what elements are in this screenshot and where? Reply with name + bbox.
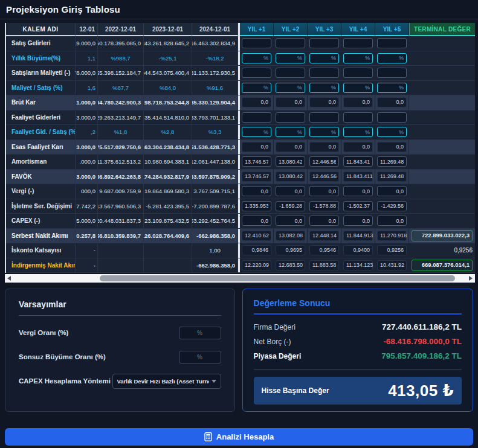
hist-value: 53.292.452.764,5: [192, 214, 238, 228]
value-input[interactable]: [276, 216, 305, 226]
percent-input[interactable]: [309, 83, 339, 93]
projection-cell: [375, 66, 409, 80]
table-row: Satış Gelirleri19.000,01.660.178.395.085…: [6, 36, 475, 51]
row-label: Satış Gelirleri: [6, 36, 76, 51]
computed-value: 0,9846: [242, 245, 271, 255]
value-input[interactable]: [343, 201, 373, 211]
table-body: Satış Gelirleri19.000,01.660.178.395.085…: [6, 36, 475, 273]
value-input[interactable]: [377, 201, 407, 211]
value-input[interactable]: [377, 186, 407, 196]
percent-input[interactable]: [242, 83, 271, 93]
projection-cell: 0,0: [375, 95, 409, 110]
terminal-cell: [409, 51, 475, 66]
percent-input[interactable]: [242, 127, 271, 137]
percent-input[interactable]: [377, 127, 407, 137]
valuation-value: 727.440.611.186,2 TL: [382, 322, 462, 331]
value-input[interactable]: [242, 112, 271, 123]
capex-method-row: CAPEX Hesaplama Yöntemi Varlık Devir Hız…: [19, 374, 221, 388]
percent-input[interactable]: [309, 53, 339, 63]
value-input[interactable]: [377, 38, 407, 48]
value-input[interactable]: [276, 186, 305, 196]
value-input[interactable]: [309, 201, 339, 211]
value-input[interactable]: [309, 216, 339, 226]
value-input[interactable]: [377, 112, 407, 123]
computed-value: 13.082.08: [276, 231, 305, 241]
value-input[interactable]: [343, 156, 373, 167]
table-row: İndirgenmiş Nakit Akımı--662.986.358,012…: [6, 258, 475, 274]
h-scrollbar[interactable]: [5, 274, 475, 283]
projection-cell: [375, 199, 409, 214]
value-input[interactable]: [276, 112, 305, 123]
scrollbar-thumb[interactable]: [100, 275, 455, 281]
value-input[interactable]: [343, 112, 373, 123]
projection-cell: [308, 110, 341, 125]
value-input[interactable]: [343, 68, 373, 78]
percent-input[interactable]: [343, 83, 373, 93]
hist-value: 33.793.701.133,1: [192, 110, 238, 125]
valuation-label: Firma Değeri: [254, 323, 296, 331]
value-input[interactable]: [242, 38, 271, 48]
hist-value: 0.257,8: [76, 229, 98, 243]
percent-input[interactable]: [309, 127, 339, 137]
value-input[interactable]: [377, 156, 407, 167]
hist-value: 1,6: [76, 81, 98, 95]
hist-value: 13.567.960.506,3: [98, 199, 144, 214]
scroll-right-arrow-icon[interactable]: [469, 276, 473, 281]
percent-input[interactable]: [343, 53, 373, 63]
projection-cell: [240, 214, 274, 228]
value-input[interactable]: [309, 156, 339, 167]
percent-input[interactable]: [276, 53, 305, 63]
hist-value: 204.780.242.900,3: [98, 95, 144, 110]
scroll-left-arrow-icon[interactable]: [7, 276, 11, 281]
value-input[interactable]: [309, 186, 339, 196]
value-input[interactable]: [242, 156, 271, 167]
kalem-adi-header: KALEM ADI: [6, 23, 76, 36]
percent-input[interactable]: [343, 127, 373, 137]
value-input[interactable]: [377, 216, 407, 226]
percent-input[interactable]: [377, 53, 407, 63]
percent-input[interactable]: [377, 83, 407, 93]
value-input[interactable]: [242, 68, 271, 78]
hist-header: 2022-12-01: [98, 23, 144, 36]
value-input[interactable]: [276, 156, 305, 167]
calculate-button-label: Analizi Hesapla: [216, 432, 274, 441]
value-input[interactable]: [276, 38, 305, 48]
percent-input[interactable]: [276, 83, 305, 93]
percent-input[interactable]: [242, 53, 271, 63]
computed-value: 11.270.918: [377, 231, 407, 241]
value-input[interactable]: [276, 201, 305, 211]
projection-cell: [274, 36, 308, 51]
value-input[interactable]: [343, 216, 373, 226]
tax-rate-input[interactable]: [179, 327, 221, 339]
row-label: FAVÖK: [6, 170, 76, 184]
calculate-button[interactable]: Analizi Hesapla: [5, 428, 473, 446]
value-input[interactable]: [309, 112, 339, 123]
projection-cell: 11.134.123: [341, 258, 375, 273]
hist-value: 1.016.463.302.834,9: [192, 36, 238, 51]
hist-header: 2023-12-01: [144, 23, 192, 36]
title-divider: [0, 19, 478, 19]
hist-value: 11.375.612.513,2: [98, 155, 144, 169]
hist-value: 3.000,0: [76, 110, 98, 125]
value-input[interactable]: [242, 216, 271, 226]
valuation-item: Net Borç (-)-68.416.798.000,0 TL: [254, 337, 462, 346]
value-input[interactable]: [309, 38, 339, 48]
value-input[interactable]: [309, 68, 339, 78]
value-input[interactable]: [242, 201, 271, 211]
table-row: Satışların Maliyeti (-)78.000,01.455.398…: [6, 66, 475, 81]
perpetual-growth-input[interactable]: [179, 351, 221, 363]
percent-input[interactable]: [276, 127, 305, 137]
computed-value: 0,9400: [343, 245, 373, 255]
value-input[interactable]: [343, 186, 373, 196]
terminal-cell: [409, 199, 475, 214]
capex-method-value: Varlık Devir Hızı Bazlı (Asset Turnover: [117, 378, 209, 385]
table-row: Yıllık Büyüme(%)1,1%988,7-%25,1-%18,2: [6, 51, 475, 66]
capex-method-select[interactable]: Varlık Devir Hızı Bazlı (Asset Turnover: [112, 374, 221, 389]
value-input[interactable]: [276, 68, 305, 78]
value-input[interactable]: [242, 186, 271, 196]
value-input[interactable]: [377, 68, 407, 78]
value-input[interactable]: [343, 38, 373, 48]
hist-value: 198.718.753.244,8: [144, 95, 192, 110]
projection-cell: [341, 214, 375, 228]
hist-value: 931.133.172.930,5: [192, 66, 238, 80]
